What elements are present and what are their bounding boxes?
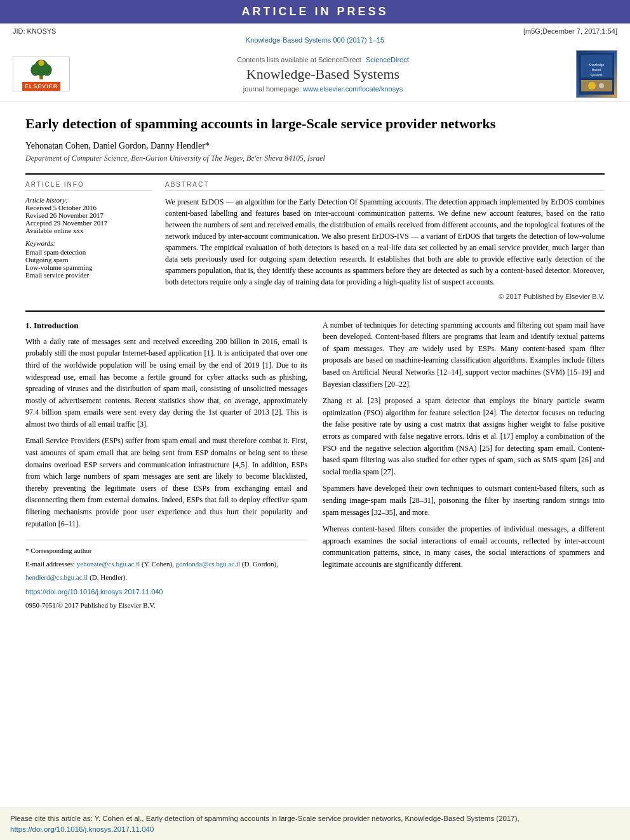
svg-text:Knowledge: Knowledge [589, 63, 605, 67]
revised-date: Revised 26 November 2017 [25, 211, 152, 219]
right-para1: A number of techniques for detecting spa… [323, 319, 605, 390]
meta-text: [m5G;December 7, 2017;1:54] [523, 27, 617, 35]
right-para3: Spammers have developed their own techni… [323, 483, 605, 518]
svg-point-11 [588, 82, 596, 90]
homepage-link[interactable]: www.elsevier.com/locate/knosys [303, 85, 403, 93]
sciencedirect-link[interactable]: ScienceDirect [366, 56, 409, 63]
elsevier-tree-icon [22, 57, 60, 81]
abstract-col: ABSTRACT We present ErDOS — an algorithm… [165, 181, 605, 300]
history-label: Article history: [25, 196, 152, 204]
main-content: Early detection of spamming accounts in … [0, 102, 630, 626]
journal-thumbnail: Knowledge Based Systems [576, 50, 617, 98]
intro-para2: Email Service Providers (ESPs) suffer fr… [25, 435, 307, 530]
svg-rect-10 [581, 80, 612, 91]
article-authors: Yehonatan Cohen, Daniel Gordon, Danny He… [25, 141, 605, 151]
received-date: Received 5 October 2016 [25, 204, 152, 211]
footnote-section: * Corresponding author E-mail addresses:… [25, 540, 307, 611]
intro-para1: With a daily rate of messages sent and r… [25, 336, 307, 430]
intro-heading: 1. Introduction [25, 319, 307, 332]
body-two-col: 1. Introduction With a daily rate of mes… [25, 319, 605, 614]
accepted-date: Accepted 29 November 2017 [25, 219, 152, 227]
available-date: Available online xxx [25, 227, 152, 234]
journal-title: Knowledge-Based Systems [83, 66, 563, 83]
elsevier-brand: ELSEVIER [22, 82, 61, 91]
svg-point-4 [38, 60, 44, 66]
keyword-2: Outgoing spam [25, 256, 152, 263]
copyright-line: © 2017 Published by Elsevier B.V. [165, 293, 605, 300]
article-info-block: Article history: Received 5 October 2016… [25, 196, 152, 279]
citation-bar: Please cite this article as: Y. Cohen et… [0, 808, 630, 841]
right-para2: Zhang et al. [23] proposed a spam detect… [323, 395, 605, 477]
article-info-label: ARTICLE INFO [25, 181, 152, 191]
citation-text: Please cite this article as: Y. Cohen et… [10, 815, 519, 822]
body-divider [25, 310, 605, 312]
body-col-right: A number of techniques for detecting spa… [323, 319, 605, 614]
svg-text:Systems: Systems [590, 73, 603, 77]
article-title: Early detection of spamming accounts in … [25, 115, 605, 133]
abstract-text: We present ErDOS — an algorithm for the … [165, 196, 605, 288]
footnote-email3: hendlerd@cs.bgu.ac.il (D. Hendler). [25, 572, 307, 583]
journal-center: Contents lists available at ScienceDirec… [70, 56, 576, 93]
body-col-left: 1. Introduction With a daily rate of mes… [25, 319, 307, 614]
jid-text: JID: KNOSYS [13, 27, 56, 35]
right-para4: Whereas content-based filters consider t… [323, 523, 605, 570]
svg-text:Based: Based [592, 68, 601, 72]
article-in-press-banner: ARTICLE IN PRESS [0, 0, 630, 23]
article-affiliation: Department of Computer Science, Ben-Guri… [25, 154, 605, 163]
article-history: Article history: Received 5 October 2016… [25, 196, 152, 234]
keywords-label: Keywords: [25, 239, 152, 247]
keyword-1: Email spam detection [25, 248, 152, 256]
email2-link[interactable]: gordonda@cs.bgu.ac.il [176, 560, 240, 568]
footnote-corresponding: * Corresponding author [25, 545, 307, 556]
journal-link[interactable]: Knowledge-Based Systems 000 (2017) 1–15 [246, 36, 384, 44]
journal-header: JID: KNOSYS [m5G;December 7, 2017;1:54] … [0, 23, 630, 102]
keyword-3: Low-volume spamming [25, 263, 152, 271]
jid-line: JID: KNOSYS [m5G;December 7, 2017;1:54] [13, 27, 617, 36]
footnote-doi: https://doi.org/10.1016/j.knosys.2017.11… [25, 587, 307, 597]
article-info-col: ARTICLE INFO Article history: Received 5… [25, 181, 152, 300]
journal-homepage: journal homepage: www.elsevier.com/locat… [83, 85, 563, 93]
footnote-issn: 0950-7051/© 2017 Published by Elsevier B… [25, 600, 307, 611]
footnote-emails: E-mail addresses: yehonate@cs.bgu.ac.il … [25, 559, 307, 570]
article-info-abstract: ARTICLE INFO Article history: Received 5… [25, 173, 605, 300]
journal-info-row: ELSEVIER Contents lists available at Sci… [13, 46, 617, 102]
sciencedirect-text: Contents lists available at ScienceDirec… [83, 56, 563, 63]
svg-point-2 [30, 64, 40, 76]
doi-link[interactable]: https://doi.org/10.1016/j.knosys.2017.11… [25, 588, 163, 596]
elsevier-logo: ELSEVIER [13, 57, 70, 91]
keywords-group: Keywords: Email spam detection Outgoing … [25, 239, 152, 279]
citation-doi-link[interactable]: https://doi.org/10.1016/j.knosys.2017.11… [10, 825, 154, 833]
abstract-label: ABSTRACT [165, 181, 605, 191]
journal-cover-icon: Knowledge Based Systems [579, 53, 614, 95]
email1-link[interactable]: yehonate@cs.bgu.ac.il [77, 560, 140, 568]
email3-link[interactable]: hendlerd@cs.bgu.ac.il [25, 573, 88, 581]
svg-point-12 [599, 83, 604, 88]
keyword-4: Email service provider [25, 271, 152, 279]
svg-point-3 [43, 64, 52, 76]
